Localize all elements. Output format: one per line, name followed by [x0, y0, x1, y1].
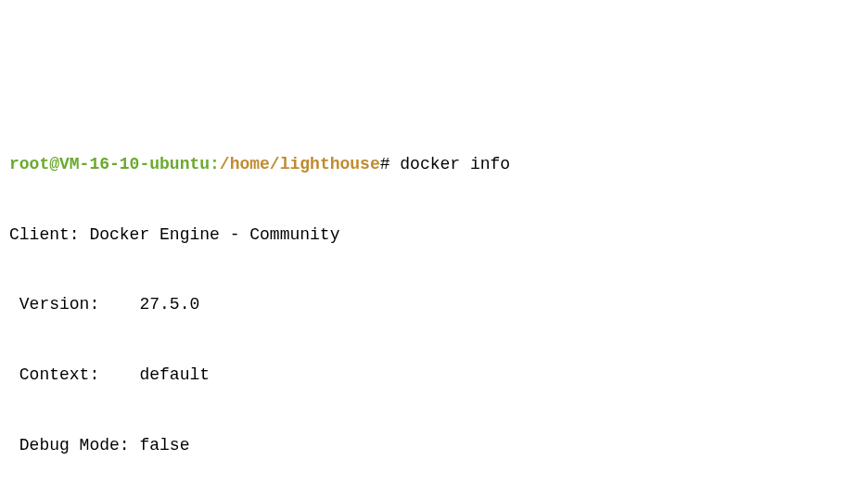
prompt-hash: # [380, 155, 390, 173]
prompt-path: /home/lighthouse [220, 155, 380, 173]
output-client-header: Client: Docker Engine - Community [9, 218, 859, 253]
output-debug: Debug Mode: false [9, 429, 859, 464]
context-label: Context: [9, 365, 99, 384]
command-text: docker info [400, 155, 510, 173]
debug-label: Debug Mode: [9, 436, 130, 454]
version-value: 27.5.0 [139, 295, 199, 313]
version-label: Version: [9, 295, 99, 313]
debug-value: false [139, 436, 189, 454]
context-value: default [139, 365, 210, 384]
terminal-prompt-line[interactable]: root@VM-16-10-ubuntu:/home/lighthouse# d… [9, 147, 859, 183]
output-context: Context: default [9, 358, 859, 393]
prompt-colon: : [210, 155, 220, 173]
prompt-user-host: root@VM-16-10-ubuntu [9, 155, 210, 173]
output-version: Version: 27.5.0 [9, 288, 859, 323]
